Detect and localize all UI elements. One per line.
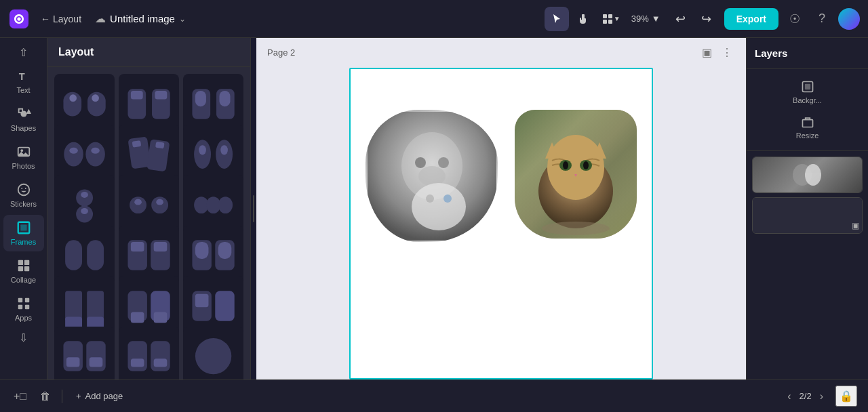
- page-copy-button[interactable]: ▣: [699, 45, 715, 60]
- svg-rect-26: [69, 94, 77, 102]
- svg-rect-110: [802, 120, 812, 127]
- help-icon[interactable]: ?: [811, 8, 833, 30]
- add-page-button[interactable]: + Add page: [71, 388, 128, 404]
- cat-image-right[interactable]: [515, 110, 637, 239]
- svg-point-112: [805, 164, 821, 186]
- cat-image-left[interactable]: [366, 110, 498, 242]
- svg-rect-71: [87, 291, 104, 321]
- svg-point-58: [218, 197, 233, 213]
- background-tool[interactable]: Backgr...: [760, 75, 855, 110]
- svg-rect-30: [131, 91, 143, 99]
- layout-thumb-16[interactable]: [54, 327, 115, 380]
- right-panel-tools: Backgr... Resize: [747, 69, 868, 151]
- svg-rect-60: [87, 241, 104, 270]
- svg-point-37: [85, 142, 104, 167]
- sidebar-item-frames[interactable]: Frames: [3, 215, 44, 251]
- svg-point-91: [415, 157, 426, 168]
- page-more-button[interactable]: ⋮: [719, 45, 735, 60]
- svg-point-92: [438, 157, 449, 168]
- shield-icon[interactable]: ☉: [784, 8, 806, 30]
- sidebar-frames-label: Frames: [11, 238, 36, 246]
- undo-redo-group: ↩ ↪: [669, 7, 719, 31]
- bottom-bar: +□ 🗑 + Add page ‹ 2/2 › 🔒: [0, 379, 868, 412]
- svg-point-13: [24, 188, 26, 189]
- sidebar-item-stickers[interactable]: Stickers: [3, 177, 44, 213]
- svg-point-95: [426, 194, 434, 203]
- hand-tool-button[interactable]: [572, 7, 596, 31]
- page-counter: 2/2: [800, 391, 812, 401]
- sidebar-collapse-down[interactable]: ⇩: [16, 329, 31, 347]
- svg-rect-19: [24, 266, 28, 271]
- next-page-button[interactable]: ›: [816, 389, 827, 404]
- sidebar-item-shapes[interactable]: Shapes: [3, 101, 44, 138]
- svg-rect-17: [24, 260, 28, 265]
- svg-text:T: T: [18, 71, 24, 82]
- avatar[interactable]: [838, 8, 860, 30]
- delete-page-button[interactable]: 🗑: [37, 388, 54, 405]
- add-to-page-button[interactable]: +□: [11, 388, 29, 405]
- export-button[interactable]: Export: [724, 8, 778, 30]
- svg-rect-42: [132, 141, 142, 148]
- panel-resize-handle[interactable]: [251, 38, 256, 379]
- layers-title: Layers: [747, 38, 868, 69]
- canvas-wrapper: [349, 68, 653, 379]
- cat-color-image: [515, 110, 637, 239]
- sidebar-collapse-up[interactable]: ⇧: [16, 43, 31, 62]
- prev-page-button[interactable]: ‹: [783, 389, 795, 404]
- svg-rect-18: [18, 266, 22, 271]
- title-chevron-icon[interactable]: ⌄: [179, 14, 186, 24]
- zoom-control[interactable]: 39% ▼: [626, 11, 666, 26]
- resize-tool[interactable]: Resize: [760, 110, 855, 145]
- svg-point-50: [81, 192, 88, 198]
- svg-point-55: [156, 199, 163, 205]
- layer-1[interactable]: [752, 157, 863, 193]
- page-nav: ‹ 2/2 ›: [783, 389, 827, 404]
- svg-rect-109: [804, 84, 810, 89]
- svg-rect-2: [608, 14, 612, 18]
- page-label-bar: Page 2 ▣ ⋮: [256, 38, 746, 67]
- sidebar-photos-label: Photos: [12, 162, 35, 170]
- sidebar-collage-label: Collage: [11, 276, 36, 284]
- view-options-button[interactable]: ▼: [599, 7, 623, 31]
- svg-point-12: [21, 188, 22, 189]
- sidebar-item-apps[interactable]: Apps: [3, 291, 44, 327]
- canva-logo[interactable]: [8, 8, 30, 30]
- sidebar-item-text[interactable]: T Text: [3, 63, 44, 100]
- svg-point-88: [195, 338, 231, 374]
- svg-point-99: [547, 135, 604, 200]
- svg-rect-21: [24, 298, 28, 302]
- svg-rect-78: [215, 291, 234, 321]
- page-actions: ▣ ⋮: [699, 45, 735, 60]
- svg-rect-64: [154, 242, 167, 251]
- layout-panel: Layout: [47, 38, 251, 379]
- svg-rect-27: [92, 94, 99, 102]
- svg-point-11: [18, 184, 29, 196]
- svg-rect-87: [154, 359, 167, 367]
- svg-rect-15: [20, 224, 26, 230]
- topbar: ← Layout ☁ Untitled image ⌄ ▼ 39% ▼ ↩ ↪ …: [0, 0, 868, 38]
- sidebar-item-collage[interactable]: Collage: [3, 253, 44, 289]
- svg-point-6: [20, 110, 26, 117]
- svg-rect-83: [90, 358, 103, 367]
- svg-rect-31: [155, 91, 167, 99]
- layout-thumb-18[interactable]: [183, 327, 243, 380]
- svg-point-102: [563, 161, 568, 169]
- undo-button[interactable]: ↩: [669, 7, 693, 31]
- svg-rect-63: [131, 242, 144, 251]
- svg-point-38: [69, 148, 77, 154]
- layer-icon: ▣: [852, 221, 859, 230]
- document-title[interactable]: Untitled image: [110, 13, 175, 24]
- svg-rect-23: [24, 305, 28, 309]
- select-tool-button[interactable]: [545, 7, 569, 31]
- bottom-divider: [62, 390, 62, 403]
- lock-button[interactable]: 🔒: [835, 386, 857, 407]
- main-layout: ⇧ T Text Shapes Photos Stickers Frames: [0, 38, 868, 379]
- layer-2[interactable]: ▣: [752, 197, 863, 234]
- background-label: Backgr...: [793, 96, 822, 104]
- svg-rect-22: [18, 305, 22, 309]
- sidebar-item-photos[interactable]: Photos: [3, 139, 44, 176]
- svg-point-107: [542, 222, 610, 235]
- layout-thumb-17[interactable]: [119, 327, 179, 380]
- redo-button[interactable]: ↪: [694, 7, 719, 31]
- back-button[interactable]: ← Layout: [35, 11, 87, 27]
